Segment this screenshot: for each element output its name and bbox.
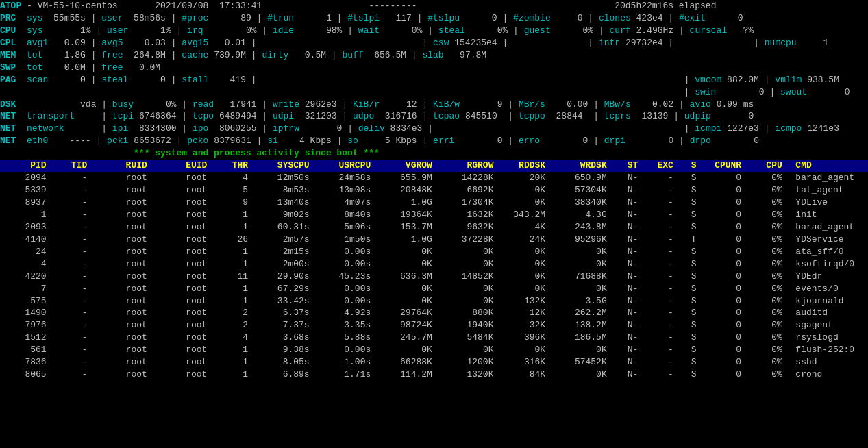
pag-vmcom-val: 882.0M [727,75,759,85]
cpl-avg1-val: 0.09 [64,38,86,48]
sysinfo-row: NET transport | tcpi 6746364 | tcpo 6489… [0,111,754,121]
cpu-curf-val: 2.49GHz [636,25,674,36]
pr-usrcpu: 0.00s [320,344,371,356]
pr-wrdsk: 186.5M [556,332,607,344]
pr-pid: 7976 [11,319,47,332]
pr-wrdsk: 95296K [556,234,607,246]
pr-st: N- [617,258,638,271]
net2-deliv-val: 8334e3 [390,123,423,134]
pr-rgrow: 14228K [443,172,493,184]
pr-pid: 7836 [11,356,47,369]
ph-cpu: CPU [752,160,782,172]
pr-vgrow: 636.3M [382,271,432,283]
pr-exc: - [649,221,673,234]
pr-pid: 8065 [11,369,47,381]
pr-cpunr: 0 [707,295,741,308]
cpl-numcpu-label: numcpu [765,38,797,48]
process-row: 1 - root root 1 9m02s 8m40s 19364K 1632K… [0,209,868,221]
pr-tid: - [57,246,87,258]
cpu-label: CPU [0,25,21,36]
pr-rgrow: 1200K [443,356,493,369]
ph-ruid: RUID [98,160,147,172]
pr-wrdsk: 0K [556,369,607,381]
process-row: 1490 - root root 2 6.37s 4.92s 29764K 88… [0,307,868,319]
pr-st: N- [617,332,638,344]
pr-wrdsk: 71688K [556,271,607,283]
pr-vgrow: 153.7M [382,221,432,234]
pr-thr: 2 [218,319,248,332]
process-row: 7 - root root 1 67.29s 0.00s 0K 0K 0K 0K… [0,283,868,295]
pr-rddsk: 0K [504,344,545,356]
pr-vgrow: 20848K [382,184,432,197]
net3-so-val: 5 Kbps [385,136,417,146]
pr-cpu: 0% [752,271,782,283]
pr-wrdsk: 57452K [556,356,607,369]
cpl-csw-val: 154235e4 [454,38,497,48]
ph-rddsk: RDDSK [504,160,545,172]
pr-usrcpu: 0.00s [320,283,371,295]
pr-rgrow: 1320K [443,369,493,381]
net3-eth0-dash: ---- [69,136,90,146]
pr-syscpu: 13m40s [259,197,310,209]
sysinfo-row: CPL avg1 0.09 | avg5 0.03 | avg15 0.01 |… [0,38,828,48]
pr-ruid: root [98,271,147,283]
pr-rddsk: 132K [504,295,545,308]
pr-thr: 1 [218,295,248,308]
pr-cpunr: 0 [707,356,741,369]
pr-thr: 4 [218,172,248,184]
pr-ruid: root [98,344,147,356]
sysinfo-row: DSK vda | busy 0% | read 17941 | write 2… [0,99,754,110]
pr-syscpu: 12m50s [259,172,310,184]
pr-pid: 24 [11,246,47,258]
pr-rgrow: 0K [443,258,493,271]
pr-tid: - [57,356,87,369]
pr-tid: - [57,344,87,356]
net2-icmpi-label: icmpi [695,123,721,134]
net2-ipo-label: ipo [193,123,208,134]
pr-wrdsk: 38340K [556,197,607,209]
pr-euid: root [158,344,207,356]
swin-label: swin [695,87,716,97]
pr-cpu: 0% [752,319,782,332]
sysinfo-row: NET eth0 ---- | pcki 8653672 | pcko 8379… [0,136,759,146]
net2-ipfrw-label: ipfrw [273,123,299,134]
pr-usrcpu: 1.71s [320,369,371,381]
pr-wrdsk: 138.2M [556,319,607,332]
dsk-avio-val: 0.99 ms [717,99,754,110]
pr-usrcpu: 4m07s [320,197,371,209]
pr-wrdsk: 650.9M [556,172,607,184]
pr-syscpu: 6.89s [259,369,310,381]
process-row: 5339 - root root 5 8m53s 13m08s 20848K 6… [0,184,868,197]
pr-pid: 7 [11,283,47,295]
pr-cmd: crond [793,369,868,381]
pr-cmd: rsyslogd [793,332,868,344]
pr-wrdsk: 57304K [556,184,607,197]
pr-tid: - [57,319,87,332]
prc-user-val: 58m56s [134,13,166,23]
pr-euid: root [158,369,207,381]
pr-rddsk: 24K [504,234,545,246]
pr-rgrow: 9632K [443,221,493,234]
pr-rddsk: 0K [504,246,545,258]
pr-exc: - [649,197,673,209]
pr-syscpu: 8m53s [259,184,310,197]
tslpi-label: #tslpi [347,13,380,23]
pr-ruid: root [98,319,147,332]
exit-val: 0 [738,13,743,23]
pr-ruid: root [98,295,147,308]
pr-syscpu: 3.68s [259,332,310,344]
pr-st: N- [617,271,638,283]
pr-st: N- [617,307,638,319]
process-row: 24 - root root 1 2m15s 0.00s 0K 0K 0K 0K… [0,246,868,258]
exit-label: #exit [679,13,706,23]
pr-vgrow: 114.2M [382,369,432,381]
clones-label: clones [599,13,631,23]
pr-rddsk: 4K [504,221,545,234]
pag-stall-val: 419 [230,75,246,85]
pr-thr: 1 [218,283,248,295]
pr-cmd: sshd [793,356,868,369]
cpu-user-label: user [107,25,128,36]
cpu-guest-label: guest [524,25,551,36]
net-udpi-label: udpi [273,111,294,121]
pr-rgrow: 37228K [443,234,493,246]
